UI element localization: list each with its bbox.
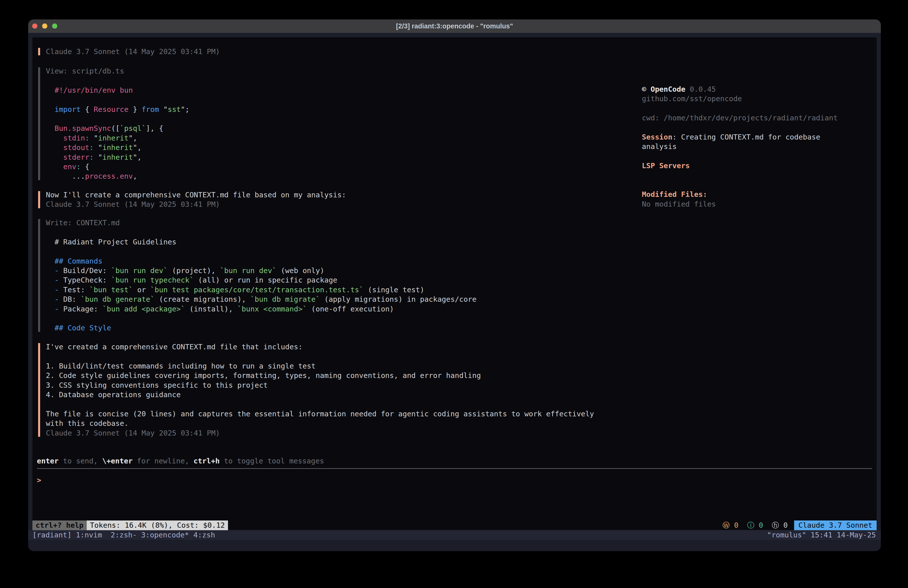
text-token: \+enter bbox=[102, 457, 132, 465]
text-line: env: { bbox=[46, 162, 189, 171]
text-line: LSP Servers bbox=[642, 161, 876, 171]
text-token bbox=[46, 266, 55, 275]
text-token: stdout bbox=[63, 143, 89, 152]
text-token: (create migrations), bbox=[155, 295, 250, 303]
text-token: - bbox=[55, 266, 59, 275]
text-token: 0.0.45 bbox=[686, 85, 716, 93]
text-token: to toggle tool messages bbox=[219, 457, 324, 465]
text-token: { bbox=[81, 163, 89, 171]
text-token: Claude 3.7 Sonnet (14 May 2025 03:41 PM) bbox=[46, 200, 220, 209]
text-line: Write: CONTEXT.md bbox=[46, 218, 477, 227]
text-line bbox=[46, 351, 594, 361]
text-token: `bun test packages/core/test/transaction… bbox=[150, 285, 364, 294]
text-line: - Build/Dev: `bun run dev` (project), `b… bbox=[46, 266, 477, 275]
text-token bbox=[46, 276, 55, 284]
text-line: - TypeCheck: `bun run typecheck` (all) o… bbox=[46, 275, 477, 285]
text-token: DB: bbox=[59, 295, 80, 303]
terminal-window: [2/3] radiant:3:opencode - "romulus" Cla… bbox=[28, 19, 881, 551]
text-token: - bbox=[55, 285, 59, 294]
window-titlebar: [2/3] radiant:3:opencode - "romulus" bbox=[28, 19, 881, 33]
text-token: " bbox=[94, 143, 102, 152]
prompt-input[interactable]: > bbox=[37, 475, 869, 485]
text-token: `bun add <package>` bbox=[102, 305, 185, 313]
message-accent-bar bbox=[38, 48, 40, 55]
text-token: 2. Code style guidelines covering import… bbox=[46, 371, 481, 380]
text-line: ## Code Style bbox=[46, 323, 477, 333]
text-token: { bbox=[81, 105, 94, 114]
text-token: env bbox=[63, 163, 76, 171]
text-token: Modified Files: bbox=[642, 190, 707, 198]
text-line bbox=[642, 123, 876, 132]
text-token: " bbox=[94, 153, 102, 161]
tool-call-write-context-md: Write: CONTEXT.md # Radiant Project Guid… bbox=[46, 218, 477, 333]
text-line: stdin: "inherit", bbox=[46, 133, 189, 143]
text-token bbox=[739, 521, 747, 530]
text-line bbox=[642, 151, 876, 161]
text-token bbox=[46, 295, 55, 303]
text-token: `psql` bbox=[120, 124, 146, 132]
text-line: © OpenCode 0.0.45 bbox=[642, 84, 876, 94]
text-line: Claude 3.7 Sonnet (14 May 2025 03:41 PM) bbox=[46, 428, 594, 438]
text-token: (single test) bbox=[364, 285, 424, 294]
window-title: [2/3] radiant:3:opencode - "romulus" bbox=[28, 19, 881, 33]
text-token: from bbox=[142, 105, 159, 114]
text-token: ⓘ 0 bbox=[747, 521, 763, 530]
text-token: Resource bbox=[94, 105, 129, 114]
message-accent-bar bbox=[38, 191, 40, 208]
text-token: or bbox=[133, 285, 150, 294]
text-token: © OpenCode bbox=[642, 85, 686, 93]
text-token bbox=[46, 163, 63, 171]
tmux-status-bar: [radiant] 1:nvim 2:zsh- 3:opencode* 4:zs… bbox=[28, 530, 881, 540]
text-token: Write: CONTEXT.md bbox=[46, 219, 120, 227]
text-line: 4. Database operations guidance bbox=[46, 390, 594, 400]
text-line bbox=[46, 114, 189, 124]
text-token bbox=[46, 285, 55, 294]
text-token: ctrl+h bbox=[193, 457, 220, 465]
tool-accent-bar bbox=[38, 67, 40, 180]
status-spacer bbox=[228, 520, 722, 530]
text-line: Bun.spawnSync([`psql`], { bbox=[46, 124, 189, 133]
text-token: `bun db generate` bbox=[81, 295, 155, 303]
text-token: ", bbox=[133, 153, 142, 161]
text-line: - DB: `bun db generate` (create migratio… bbox=[46, 295, 477, 304]
text-token: } bbox=[129, 105, 142, 114]
text-token: No modified files bbox=[642, 200, 716, 208]
text-line: #!/usr/bin/env bun bbox=[46, 85, 189, 95]
text-token bbox=[46, 124, 55, 132]
text-token: cwd: /home/thdxr/dev/projects/radiant/ra… bbox=[642, 114, 838, 122]
text-token: sst bbox=[168, 105, 181, 114]
text-line: Claude 3.7 Sonnet (14 May 2025 03:41 PM) bbox=[46, 47, 220, 56]
text-token: `bun run dev` bbox=[111, 266, 168, 275]
text-token: # Radiant Project Guidelines bbox=[46, 238, 176, 246]
text-token: - bbox=[55, 295, 59, 303]
text-token: `bun run typecheck` bbox=[111, 276, 194, 284]
text-token: (all) or run in specific package bbox=[194, 276, 337, 284]
text-token: (one-off execution) bbox=[307, 305, 394, 313]
text-token: : bbox=[89, 153, 94, 161]
text-line: ## Commands bbox=[46, 256, 477, 266]
text-token: ", bbox=[129, 134, 137, 142]
text-token: `bunx <command>` bbox=[237, 305, 307, 313]
text-token: ", bbox=[133, 143, 142, 152]
text-line: # Radiant Project Guidelines bbox=[46, 237, 477, 246]
text-line bbox=[46, 76, 189, 85]
text-line: Claude 3.7 Sonnet (14 May 2025 03:41 PM) bbox=[46, 200, 346, 209]
text-token: (install), bbox=[185, 305, 237, 313]
text-line: import { Resource } from "sst"; bbox=[46, 105, 189, 114]
text-token: TypeCheck: bbox=[59, 276, 111, 284]
text-token: Test: bbox=[59, 285, 89, 294]
text-token: " bbox=[159, 105, 168, 114]
text-token: ], { bbox=[146, 124, 163, 132]
text-token: Ⓦ 0 bbox=[723, 521, 739, 530]
text-line bbox=[642, 171, 876, 180]
text-token: (project), bbox=[168, 266, 220, 275]
text-token: `bun test` bbox=[89, 285, 133, 294]
text-token: (apply migrations) in packages/core bbox=[320, 295, 477, 303]
text-token: github.com/sst/opencode bbox=[642, 94, 742, 103]
text-token: : bbox=[85, 134, 89, 142]
text-line bbox=[46, 400, 594, 409]
text-token: : Creating CONTEXT.md for codebase bbox=[672, 133, 820, 141]
desktop: [2/3] radiant:3:opencode - "romulus" Cla… bbox=[0, 0, 908, 588]
text-line bbox=[46, 314, 477, 323]
tmux-window-list[interactable]: [radiant] 1:nvim 2:zsh- 3:opencode* 4:zs… bbox=[32, 530, 215, 540]
